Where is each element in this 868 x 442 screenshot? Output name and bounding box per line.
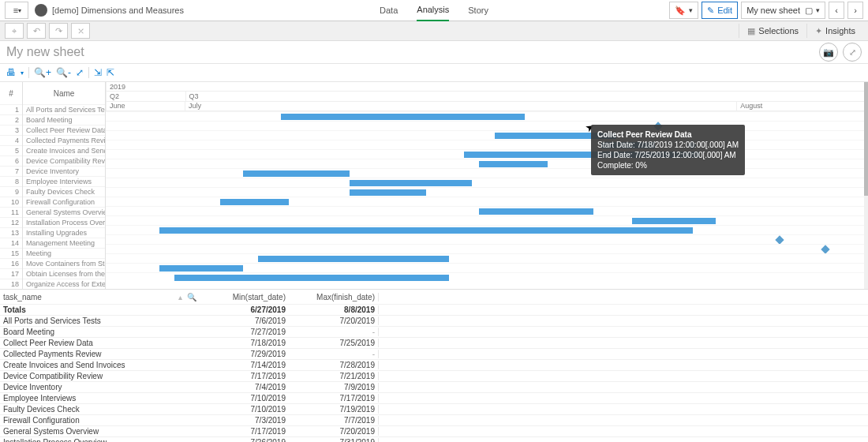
gantt-milestone[interactable] <box>653 122 662 130</box>
fullscreen-button[interactable]: ⤢ <box>843 43 862 62</box>
scrollbar-thumb[interactable] <box>864 82 868 196</box>
tab-analysis[interactable]: Analysis <box>417 0 449 21</box>
row-index-column: # 123456789101112131415161718 <box>0 82 23 289</box>
gantt-chart[interactable]: # 123456789101112131415161718 Name All P… <box>0 82 868 290</box>
zoom-in-button[interactable]: 🔍+ <box>34 67 51 78</box>
table-row[interactable]: Collect Peer Review Data7/18/20197/25/20… <box>0 338 868 349</box>
tab-story[interactable]: Story <box>468 0 488 21</box>
zoom-out-button[interactable]: 🔍- <box>56 67 71 78</box>
summary-table[interactable]: task_name ▴ 🔍 Min(start_date) Max(finish… <box>0 290 868 442</box>
task-name[interactable]: Device Inventory <box>23 166 105 176</box>
table-row[interactable]: Firewall Configuration7/3/20197/7/2019 <box>0 415 868 426</box>
viz-toolbar: 🖶 ▾ 🔍+ 🔍- ⤢ ⇲ ⇱ <box>0 64 868 82</box>
gantt-bar[interactable] <box>258 256 449 262</box>
gantt-bar[interactable] <box>281 114 525 120</box>
task-name[interactable]: Meeting <box>23 248 105 258</box>
table-row[interactable]: Device Inventory7/4/20197/9/2019 <box>0 382 868 393</box>
task-name[interactable]: Faulty Devices Check <box>23 186 105 197</box>
clear-selection-button[interactable]: ⤫ <box>71 23 90 39</box>
sheet-picker-button[interactable]: My new sheet ▢ ▾ <box>741 2 825 19</box>
month-cell-august: August <box>736 102 868 111</box>
search-icon[interactable]: 🔍 <box>187 293 196 302</box>
cell-task-name: Employee Interviews <box>0 394 200 403</box>
gantt-vertical-scrollbar[interactable] <box>864 82 868 289</box>
hamburger-menu[interactable]: ≡▾ <box>5 2 28 19</box>
gantt-bar[interactable] <box>159 265 243 272</box>
cell-task-name: Collected Payments Review <box>0 350 200 358</box>
task-name[interactable]: Obtain Licenses from the Vendor <box>23 268 105 279</box>
table-row[interactable]: Faulty Devices Check7/10/20197/19/2019 <box>0 404 868 415</box>
gantt-row[interactable] <box>106 272 868 283</box>
row-index: 15 <box>0 248 22 258</box>
collapse-button[interactable]: ⇱ <box>107 67 114 78</box>
gantt-milestone[interactable] <box>687 140 696 149</box>
gantt-bar[interactable] <box>350 180 472 186</box>
gantt-bar[interactable] <box>243 170 350 177</box>
gantt-milestone[interactable] <box>775 235 784 244</box>
step-back-button[interactable]: ↶ <box>27 23 46 39</box>
task-name[interactable]: Board Meeting <box>23 114 105 125</box>
edit-button[interactable]: ✎ Edit <box>702 2 738 19</box>
gantt-bar[interactable] <box>632 218 716 224</box>
gantt-bar[interactable] <box>350 189 426 196</box>
gantt-bar[interactable] <box>464 152 700 158</box>
task-name[interactable]: General Systems Overview <box>23 207 105 217</box>
task-name[interactable]: Move Containers from Storage Facility <box>23 258 105 268</box>
table-header-row: task_name ▴ 🔍 Min(start_date) Max(finish… <box>0 290 868 305</box>
cell-max: - <box>289 328 379 336</box>
task-name[interactable]: Collect Peer Review Data <box>23 125 105 135</box>
selections-tool-button[interactable]: ▦ Selections <box>739 24 806 38</box>
table-row[interactable]: Collected Payments Review7/29/2019- <box>0 349 868 360</box>
gantt-bar[interactable] <box>220 199 289 205</box>
cell-max: 7/21/2019 <box>289 372 379 380</box>
next-sheet-button[interactable]: › <box>847 2 863 19</box>
table-row[interactable]: Device Compatibility Review7/17/20197/21… <box>0 371 868 382</box>
gantt-bar[interactable] <box>159 227 693 234</box>
task-name[interactable]: Employee Interviews <box>23 176 105 186</box>
col-min-start[interactable]: Min(start_date) <box>200 293 289 302</box>
insights-button[interactable]: ✦ Insights <box>806 24 863 38</box>
gantt-bar[interactable] <box>174 275 449 281</box>
task-name[interactable]: Create Invoices and Send Invoices <box>23 145 105 155</box>
table-row[interactable]: Create Invoices and Send Invoices7/14/20… <box>0 360 868 371</box>
zoom-fit-button[interactable]: ⤢ <box>76 67 84 78</box>
table-row[interactable]: Employee Interviews7/10/20197/17/2019 <box>0 393 868 404</box>
gantt-bar[interactable] <box>479 208 593 215</box>
smart-search-button[interactable]: ⌖ <box>5 23 24 39</box>
gantt-bar[interactable] <box>601 142 655 148</box>
table-row[interactable]: All Ports and Services Tests7/6/20197/20… <box>0 316 868 327</box>
gantt-bar[interactable] <box>479 161 548 167</box>
quarter-cell-q2: Q2 <box>106 92 185 101</box>
gantt-body[interactable] <box>106 111 868 288</box>
expand-button[interactable]: ⇲ <box>94 67 102 78</box>
sort-asc-icon[interactable]: ▴ <box>178 293 182 302</box>
task-name[interactable]: Management Meeting <box>23 238 105 248</box>
row-index: 2 <box>0 114 22 125</box>
table-row[interactable]: Installation Process Overview7/26/20197/… <box>0 437 868 442</box>
col-max-finish[interactable]: Max(finish_date) <box>289 293 379 302</box>
gantt-timeline[interactable]: 2019 Q2 Q3 June July August ➤ Collect Pe… <box>106 82 868 289</box>
task-name-column: Name All Ports and Services TestsBoard M… <box>23 82 105 289</box>
sheet-header: My new sheet 📷 ⤢ <box>0 41 868 64</box>
tab-data[interactable]: Data <box>380 0 398 21</box>
task-name[interactable]: Organize Access for External Audit Too <box>23 279 105 289</box>
step-forward-button[interactable]: ↷ <box>49 23 68 39</box>
task-name[interactable]: Installation Process Overview <box>23 217 105 227</box>
snapshot-button[interactable]: 📷 <box>819 43 838 62</box>
task-name[interactable]: Collected Payments Review <box>23 135 105 145</box>
cell-max: 7/7/2019 <box>289 416 379 425</box>
prev-sheet-button[interactable]: ‹ <box>829 2 844 19</box>
cell-min: 7/17/2019 <box>200 372 289 380</box>
col-task-name[interactable]: task_name ▴ 🔍 <box>0 293 200 302</box>
table-row[interactable]: Board Meeting7/27/2019- <box>0 327 868 338</box>
app-icon <box>35 4 47 17</box>
task-name[interactable]: Device Compatibility Review <box>23 155 105 166</box>
task-name[interactable]: Firewall Configuration <box>23 197 105 207</box>
table-row[interactable]: General Systems Overview7/17/20197/20/20… <box>0 426 868 437</box>
task-name[interactable]: All Ports and Services Tests <box>23 104 105 114</box>
print-button[interactable]: 🖶 <box>6 67 16 78</box>
task-name[interactable]: Installing Upgrades <box>23 227 105 238</box>
gantt-bar[interactable] <box>495 133 617 139</box>
bookmark-button[interactable]: 🔖▾ <box>669 2 698 19</box>
gantt-milestone[interactable] <box>821 245 829 253</box>
